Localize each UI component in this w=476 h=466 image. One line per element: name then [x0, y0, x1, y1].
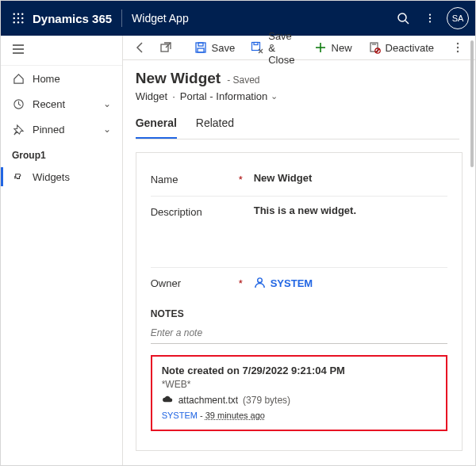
sidebar-item-home[interactable]: Home: [1, 66, 122, 91]
svg-point-30: [457, 47, 459, 48]
more-vertical-icon[interactable]: [416, 6, 443, 30]
attachment-size: (379 bytes): [243, 395, 290, 406]
sidebar-item-pinned[interactable]: Pinned ⌄: [1, 116, 122, 142]
required-indicator: *: [239, 174, 243, 188]
chevron-down-icon: ⌄: [271, 91, 278, 101]
breadcrumb: Widget · Portal - Information ⌄: [136, 90, 459, 102]
sidebar-group-label: Group1: [1, 142, 122, 164]
field-description[interactable]: Description This is a new widget.: [151, 196, 447, 267]
svg-point-5: [21, 17, 23, 19]
svg-point-9: [398, 13, 406, 21]
back-button[interactable]: [129, 36, 152, 59]
avatar-initials: SA: [452, 13, 464, 23]
note-title: Note created on 7/29/2022 9:21:04 PM: [162, 365, 436, 376]
svg-point-1: [17, 13, 19, 15]
plus-icon: [314, 41, 327, 54]
app-launcher-icon[interactable]: [7, 7, 29, 29]
save-icon: [194, 41, 207, 54]
deactivate-button[interactable]: Deactivate: [362, 36, 440, 59]
notes-heading: NOTES: [151, 308, 447, 319]
svg-rect-23: [254, 43, 258, 45]
sidebar-item-label: Recent: [33, 98, 65, 110]
svg-point-32: [257, 277, 262, 282]
breadcrumb-sep: ·: [172, 90, 175, 102]
deactivate-label: Deactivate: [386, 42, 434, 54]
svg-point-11: [429, 13, 431, 15]
svg-point-12: [429, 17, 431, 19]
search-icon[interactable]: [390, 6, 416, 30]
note-input[interactable]: [151, 323, 447, 344]
open-new-window-button[interactable]: [155, 36, 177, 59]
tab-related[interactable]: Related: [196, 116, 234, 139]
svg-point-0: [13, 13, 15, 15]
note-attachment[interactable]: attachment.txt (379 bytes): [162, 395, 436, 406]
app-name: Widget App: [132, 12, 189, 25]
svg-line-10: [405, 21, 409, 24]
sidebar-item-recent[interactable]: Recent ⌄: [1, 91, 122, 116]
sidebar: Home Recent ⌄ Pinned ⌄ Group1 Widgets: [1, 36, 123, 466]
scrollbar-thumb[interactable]: [470, 40, 474, 167]
note-sep: -: [198, 411, 205, 420]
save-close-button[interactable]: Save & Close: [244, 36, 304, 59]
chevron-down-icon: ⌄: [103, 124, 111, 135]
avatar[interactable]: SA: [447, 7, 469, 29]
svg-point-8: [21, 21, 23, 23]
sidebar-item-label: Pinned: [33, 124, 64, 136]
form-name: Portal - Information: [180, 90, 268, 102]
new-button[interactable]: New: [308, 36, 359, 59]
page-header: New Widget - Saved Widget · Portal - Inf…: [123, 60, 475, 139]
svg-point-31: [457, 51, 459, 52]
svg-point-2: [21, 13, 23, 15]
cloud-icon: [162, 395, 174, 406]
svg-point-29: [457, 43, 459, 44]
field-name[interactable]: Name * New Widget: [151, 164, 447, 196]
overflow-button[interactable]: [447, 36, 469, 59]
deactivate-icon: [368, 41, 381, 54]
tab-general[interactable]: General: [136, 116, 177, 139]
new-label: New: [332, 42, 352, 54]
field-value: This is a new widget.: [254, 204, 356, 216]
note-source: *WEB*: [162, 379, 436, 390]
save-label: Save: [212, 42, 236, 54]
note-meta: SYSTEM - 39 minutes ago: [162, 411, 436, 420]
note-ago: 39 minutes ago: [205, 411, 265, 420]
svg-point-6: [13, 21, 15, 23]
save-button[interactable]: Save: [188, 36, 242, 59]
svg-point-13: [429, 21, 431, 22]
sidebar-item-widgets[interactable]: Widgets: [1, 164, 122, 189]
field-label: Owner: [151, 277, 181, 291]
svg-point-7: [17, 21, 19, 23]
saved-indicator: - Saved: [227, 74, 259, 86]
tab-list: General Related: [136, 116, 459, 139]
field-owner[interactable]: Owner * SYSTEM: [151, 267, 447, 299]
chevron-down-icon: ⌄: [103, 98, 111, 109]
note-card: Note created on 7/29/2022 9:21:04 PM *WE…: [151, 355, 447, 431]
entity-name: Widget: [136, 90, 167, 102]
page-title: New Widget: [136, 70, 221, 87]
command-bar: Save Save & Close New Deactivate: [123, 36, 475, 60]
global-header: Dynamics 365 Widget App SA: [1, 1, 475, 36]
tab-label: Related: [196, 116, 234, 129]
required-indicator: *: [239, 277, 243, 291]
note-author: SYSTEM: [162, 411, 198, 420]
svg-point-3: [13, 17, 15, 19]
field-value: New Widget: [254, 172, 313, 188]
sidebar-item-label: Home: [33, 73, 60, 85]
svg-rect-18: [161, 44, 168, 52]
field-label: Description: [151, 204, 254, 218]
svg-rect-21: [198, 48, 204, 52]
pin-icon: [12, 123, 25, 136]
svg-rect-20: [198, 43, 203, 46]
save-close-icon: [251, 41, 263, 54]
home-icon: [12, 72, 25, 85]
owner-value: SYSTEM: [271, 277, 313, 289]
form-card: Name * New Widget Description This is a …: [136, 152, 463, 451]
form-selector[interactable]: Portal - Information ⌄: [180, 90, 278, 102]
attachment-name: attachment.txt: [178, 395, 238, 406]
svg-point-4: [17, 17, 19, 19]
clock-icon: [12, 97, 25, 110]
tab-label: General: [136, 116, 177, 129]
puzzle-icon: [12, 170, 25, 183]
main-content: Save Save & Close New Deactivate: [123, 36, 475, 466]
hamburger-icon[interactable]: [12, 43, 25, 58]
